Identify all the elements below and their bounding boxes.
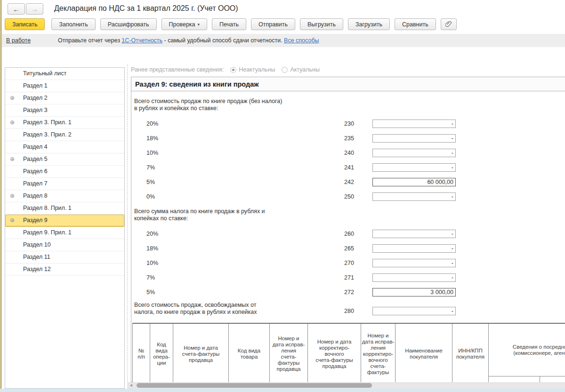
rate-label: 7% xyxy=(146,274,155,281)
block-label: Всего сумма налога по книге продаж в руб… xyxy=(134,208,565,222)
sidebar-item-12[interactable]: Раздел 8. Прил. 1 xyxy=(5,202,124,215)
sidebar-item-11[interactable]: ⊕Раздел 8 xyxy=(5,190,124,202)
table-col-header-3: Номер и дата счета-фактуры продавца xyxy=(173,324,229,384)
table-col-header-label: Номер и дата исправ- ления корректиро- в… xyxy=(362,333,395,376)
reporting-service-link[interactable]: 1С-Отчетность xyxy=(121,37,162,44)
print-button[interactable]: Печать xyxy=(212,18,246,30)
sidebar-item-1[interactable]: Титульный лист xyxy=(5,68,124,80)
field-265[interactable]: - xyxy=(372,244,456,253)
expand-icon[interactable]: ⊕ xyxy=(10,215,15,226)
sections-sidebar: Титульный листРаздел 1⊕Раздел 2Раздел 3⊕… xyxy=(5,67,125,389)
status-message-middle: - самый удобный способ сдачи отчетности. xyxy=(162,37,284,44)
section-title: Раздел 9: сведения из книги продаж xyxy=(131,77,565,91)
rate-label: 10% xyxy=(146,150,158,156)
field-240[interactable]: - xyxy=(372,149,456,157)
status-message: Отправьте отчет через 1С-Отчетность - са… xyxy=(58,37,319,44)
fill-button[interactable]: Заполнить xyxy=(51,18,95,30)
status-message-prefix: Отправьте отчет через xyxy=(58,37,121,44)
line-code-230: 230 xyxy=(344,120,354,127)
sidebar-item-14[interactable]: Раздел 9. Прил. 1 xyxy=(5,227,124,239)
rate-label: 18% xyxy=(146,135,158,142)
field-271[interactable]: - xyxy=(372,273,456,282)
panel-splitter[interactable] xyxy=(127,64,128,389)
export-button[interactable]: Выгрузить xyxy=(300,18,343,30)
sidebar-item-label: Раздел 3. Прил. 1 xyxy=(23,119,72,126)
scroll-left-icon[interactable] xyxy=(130,384,132,387)
sidebar-item-13[interactable]: ⊕Раздел 9 xyxy=(5,215,124,227)
sidebar-item-label: Раздел 8. Прил. 1 xyxy=(23,205,72,211)
exempt-sales-row: Всего стоимость продаж, освобождаемых от… xyxy=(131,302,565,319)
decrypt-button[interactable]: Расшифровать xyxy=(100,18,157,30)
rate-row-265: 18%265- xyxy=(131,244,565,253)
table-col-header-label: ИНН/КПП покупателя xyxy=(456,348,484,360)
sidebar-item-label: Раздел 1 xyxy=(23,82,48,89)
paperclip-icon xyxy=(445,21,452,28)
check-button[interactable]: Проверка▾ xyxy=(161,18,208,30)
sidebar-item-4[interactable]: Раздел 3 xyxy=(5,104,124,117)
expand-icon[interactable]: ⊕ xyxy=(10,190,15,202)
sidebar-item-6[interactable]: Раздел 3. Прил. 2 xyxy=(5,129,124,141)
status-badge[interactable]: В работе xyxy=(6,37,31,44)
sidebar-item-label: Раздел 2 xyxy=(23,95,48,101)
field-242[interactable]: 60 000,00 xyxy=(372,178,456,186)
field-250[interactable]: - xyxy=(372,192,456,201)
field-272[interactable]: 3 000,00 xyxy=(372,288,456,296)
all-ways-link[interactable]: Все способы xyxy=(284,37,319,44)
sidebar-item-2[interactable]: Раздел 1 xyxy=(5,80,124,92)
export-button-label: Выгрузить xyxy=(307,21,336,28)
sidebar-item-9[interactable]: Раздел 6 xyxy=(5,166,124,178)
block-label: Всего стоимость продаж по книге продаж (… xyxy=(134,98,565,112)
table-col-header-2: Код вида опера- ции xyxy=(150,324,173,384)
attachments-button[interactable] xyxy=(441,18,457,30)
import-button[interactable]: Загрузить xyxy=(348,18,390,30)
field-270[interactable]: - xyxy=(372,259,456,267)
import-button-label: Загрузить xyxy=(355,21,382,28)
table-col-header-label: Код вида товара xyxy=(238,348,260,360)
expand-icon[interactable]: ⊕ xyxy=(10,117,15,128)
line-code-280: 280 xyxy=(344,308,354,314)
field-241[interactable]: - xyxy=(372,163,456,172)
chevron-down-icon: ▾ xyxy=(198,22,200,27)
field-230[interactable]: - xyxy=(372,120,456,128)
sidebar-item-8[interactable]: ⊕Раздел 5 xyxy=(5,153,124,166)
sidebar-item-label: Раздел 6 xyxy=(23,168,48,175)
send-button[interactable]: Отправить xyxy=(251,18,295,30)
radio-not-actual[interactable] xyxy=(230,67,236,73)
expand-icon[interactable]: ⊕ xyxy=(10,92,15,104)
sidebar-item-label: Раздел 5 xyxy=(23,156,48,162)
sidebar-item-16[interactable]: Раздел 11 xyxy=(5,251,124,264)
back-button[interactable]: ← xyxy=(8,3,25,15)
sidebar-item-17[interactable]: Раздел 12 xyxy=(5,264,124,276)
table-col-header-7: Номер и дата исправ- ления корректиро- в… xyxy=(361,324,396,384)
sidebar-item-5[interactable]: ⊕Раздел 3. Прил. 1 xyxy=(5,117,124,129)
table-col-header-9: ИНН/КПП покупателя xyxy=(452,324,489,384)
forward-button[interactable]: → xyxy=(26,3,43,15)
field-235[interactable]: - xyxy=(372,134,456,143)
radio-actual[interactable] xyxy=(282,67,288,73)
check-button-label: Проверка xyxy=(169,21,195,28)
send-button-label: Отправить xyxy=(258,21,288,28)
radio-actual-label[interactable]: Актуальны xyxy=(290,66,320,73)
radio-not-actual-label[interactable]: Неактуальны xyxy=(239,66,275,73)
table-col-header-label: Номер и дата корректиро- вочного счета-ф… xyxy=(315,339,353,369)
field-260[interactable]: - xyxy=(372,230,456,238)
sidebar-item-15[interactable]: Раздел 10 xyxy=(5,239,124,251)
table-col-header-label: № п/п xyxy=(137,348,145,360)
field-280[interactable]: - xyxy=(372,307,456,315)
sidebar-item-3[interactable]: ⊕Раздел 2 xyxy=(5,92,124,104)
sidebar-item-label: Раздел 4 xyxy=(23,144,48,150)
compare-button[interactable]: Сравнить xyxy=(395,18,436,30)
sidebar-item-7[interactable]: Раздел 4 xyxy=(5,141,124,153)
history-nav: ← → xyxy=(8,3,43,15)
table-col-header-4: Код вида товара xyxy=(229,324,270,384)
sidebar-item-label: Раздел 7 xyxy=(23,180,48,187)
rate-row-240: 10%240- xyxy=(131,149,565,158)
page-title: Декларация по НДС за 1 квартал 2025 г. (… xyxy=(54,4,238,13)
horizontal-scrollbar[interactable] xyxy=(127,382,565,389)
scrollbar-thumb[interactable] xyxy=(137,383,372,388)
sidebar-item-10[interactable]: Раздел 7 xyxy=(5,178,124,190)
expand-icon[interactable]: ⊕ xyxy=(10,153,15,165)
rate-row-272: 5%2723 000,00 xyxy=(131,288,565,297)
save-button[interactable]: Записать xyxy=(5,18,45,30)
sidebar-item-label: Раздел 10 xyxy=(23,241,51,248)
